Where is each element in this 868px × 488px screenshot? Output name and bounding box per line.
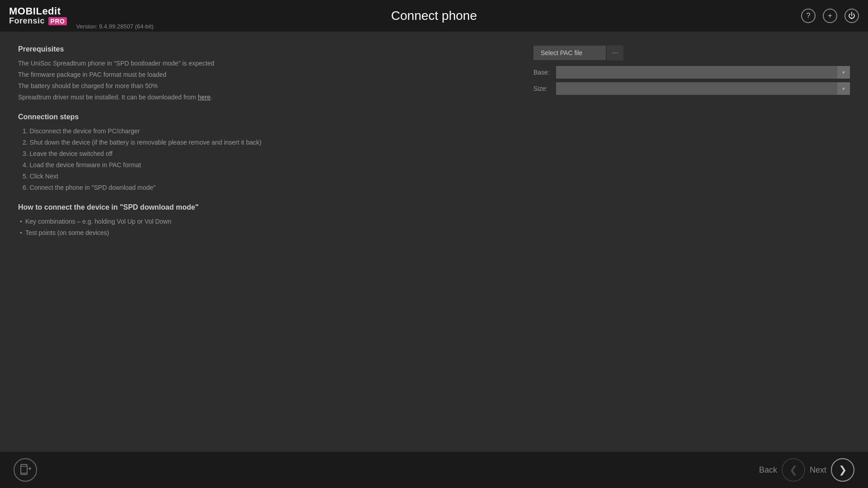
next-arrow-icon: ❯ — [839, 464, 847, 476]
step-4: 4. Load the device firmware in PAC forma… — [18, 160, 506, 170]
help-button[interactable]: ? — [801, 9, 816, 23]
logo-forensic: Forensic PRO — [9, 17, 67, 26]
base-dropdown-arrow: ▼ — [841, 70, 846, 75]
help-icon: ? — [807, 12, 811, 20]
logo-area: MOBILedit Forensic PRO — [9, 6, 67, 26]
header-controls: ? + ⏻ — [801, 9, 859, 23]
main-content: Prerequisites The UniSoc Spreadtrum phon… — [0, 32, 868, 452]
power-icon: ⏻ — [848, 12, 855, 20]
spd-bullets: Key combinations – e.g. holding Vol Up o… — [18, 217, 506, 238]
step-3: 3. Leave the device switched off — [18, 149, 506, 159]
footer-right: Back ❮ Next ❯ — [759, 458, 854, 482]
connection-steps-list: 1. Disconnect the device from PC/charger… — [18, 127, 506, 192]
forensic-text: Forensic — [9, 16, 45, 25]
back-arrow-icon: ❮ — [789, 464, 797, 476]
prereq-item-4: Spreadtrum driver must be installed. It … — [18, 93, 506, 102]
size-label: Size: — [533, 85, 556, 92]
add-device-button[interactable] — [14, 458, 37, 482]
pac-dots-button[interactable]: ··· — [607, 45, 623, 61]
step-6: 6. Connect the phone in "SPD download mo… — [18, 183, 506, 192]
spd-title: How to connect the device in "SPD downlo… — [18, 203, 506, 211]
spd-section: How to connect the device in "SPD downlo… — [18, 203, 506, 238]
prerequisites-list: The UniSoc Spreadtrum phone in "SPD boot… — [18, 59, 506, 102]
connection-steps-title: Connection steps — [18, 113, 506, 121]
select-pac-button[interactable]: Select PAC file — [533, 46, 606, 60]
step-1: 1. Disconnect the device from PC/charger — [18, 127, 506, 136]
base-input-area: ▼ — [556, 66, 850, 79]
size-field-row: Size: ▼ — [533, 82, 850, 95]
size-dropdown-arrow: ▼ — [841, 86, 846, 91]
back-label: Back — [759, 465, 777, 475]
base-dropdown-button[interactable]: ▼ — [837, 66, 850, 79]
size-input-area: ▼ — [556, 82, 850, 95]
size-dropdown-button[interactable]: ▼ — [837, 82, 850, 95]
left-panel: Prerequisites The UniSoc Spreadtrum phon… — [18, 45, 515, 438]
base-field-row: Base: ▼ — [533, 66, 850, 79]
pro-badge: PRO — [48, 17, 67, 25]
here-link[interactable]: here — [198, 94, 211, 101]
logo-mobiledit: MOBILedit — [9, 6, 67, 17]
add-device-icon — [19, 464, 31, 476]
page-title: Connect phone — [391, 9, 477, 23]
prereq-item-2: The firmware package in PAC format must … — [18, 70, 506, 80]
footer-left — [14, 458, 37, 482]
power-button[interactable]: ⏻ — [844, 9, 859, 23]
next-button[interactable]: ❯ — [831, 458, 854, 482]
add-icon: + — [828, 12, 832, 20]
spd-bullet-2: Test points (on some devices) — [18, 228, 506, 238]
header: MOBILedit Forensic PRO Version: 9.4.99.2… — [0, 0, 868, 32]
pac-file-row: Select PAC file ··· — [533, 45, 850, 61]
svg-point-3 — [24, 474, 24, 475]
version-text: Version: 9.4.99.28507 (64-bit) — [76, 23, 153, 32]
prereq-item-3: The battery should be charged for more t… — [18, 81, 506, 91]
step-2: 2. Shut down the device (if the battery … — [18, 138, 506, 147]
spd-bullet-1: Key combinations – e.g. holding Vol Up o… — [18, 217, 506, 226]
step-5: 5. Click Next — [18, 172, 506, 181]
prereq-item-1: The UniSoc Spreadtrum phone in "SPD boot… — [18, 59, 506, 68]
add-button[interactable]: + — [823, 9, 837, 23]
base-label: Base: — [533, 69, 556, 76]
back-button[interactable]: ❮ — [782, 458, 805, 482]
prerequisites-title: Prerequisites — [18, 45, 506, 53]
right-panel: Select PAC file ··· Base: ▼ Size: ▼ — [533, 45, 850, 438]
footer: Back ❮ Next ❯ — [0, 452, 868, 488]
next-label: Next — [810, 465, 826, 475]
